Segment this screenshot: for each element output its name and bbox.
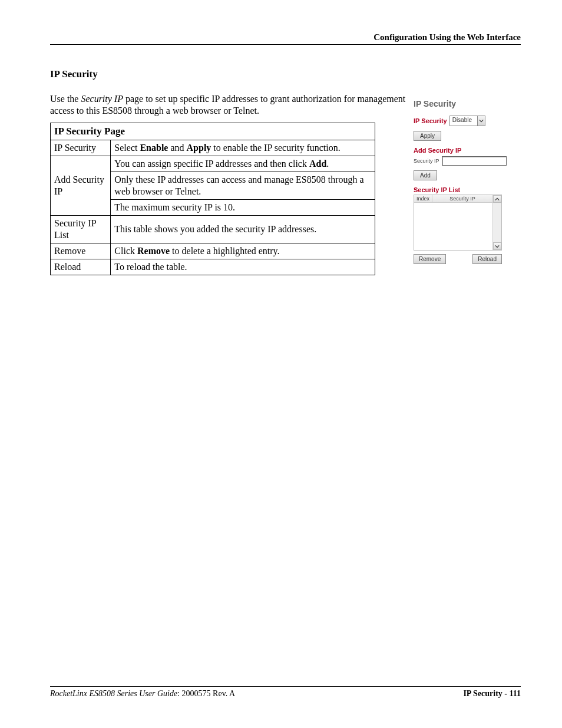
table-row-desc: To reload the table. (111, 259, 375, 275)
table-row-label: Add Security IP (51, 156, 111, 216)
table-row-label: Reload (51, 259, 111, 275)
apply-button[interactable]: Apply (414, 131, 441, 141)
table-row-desc: Select Enable and Apply to enable the IP… (111, 140, 375, 156)
intro-pre: Use the (50, 94, 81, 104)
list-col-ip: Security IP (432, 195, 492, 203)
footer-left-rest: : 2000575 Rev. A (177, 689, 235, 698)
ip-security-table: IP Security Page IP SecuritySelect Enabl… (50, 123, 375, 275)
add-button[interactable]: Add (414, 170, 437, 180)
ip-security-select-value: Disable (450, 116, 477, 126)
add-security-heading: Add Security IP (414, 147, 514, 154)
security-ip-listbox[interactable]: Index Security IP (414, 195, 502, 251)
scrollbar[interactable] (492, 195, 501, 250)
ui-panel-title: IP Security (414, 99, 514, 108)
security-ip-field-label: Security IP (414, 158, 439, 164)
table-row-desc: You can assign specific IP addresses and… (111, 156, 375, 172)
reload-button[interactable]: Reload (472, 254, 502, 264)
section-title: IP Security (50, 68, 521, 80)
table-row-desc: Click Remove to delete a highlighted ent… (111, 243, 375, 259)
table-row-desc: The maximum security IP is 10. (111, 200, 375, 216)
table-row-desc: This table shows you added the security … (111, 216, 375, 243)
table-title: IP Security Page (51, 123, 375, 140)
table-row-label: Remove (51, 243, 111, 259)
table-row-label: Security IP List (51, 216, 111, 243)
page-footer: RocketLinx ES8508 Series User Guide: 200… (50, 686, 521, 699)
footer-left-italic: RocketLinx ES8508 Series User Guide (50, 689, 177, 698)
ip-security-label: IP Security (414, 117, 447, 124)
ui-panel: IP Security IP Security Disable Apply Ad… (414, 93, 514, 264)
chevron-down-icon (477, 116, 485, 126)
security-ip-input[interactable] (442, 156, 507, 166)
page-header: Configuration Using the Web Interface (50, 32, 521, 45)
intro-italic: Security IP (81, 94, 123, 104)
table-row-desc: Only these IP addresses can access and m… (111, 172, 375, 200)
table-row-label: IP Security (51, 140, 111, 156)
remove-button[interactable]: Remove (414, 254, 446, 264)
scroll-up-icon[interactable] (493, 195, 501, 203)
scroll-track[interactable] (493, 203, 501, 242)
scroll-down-icon[interactable] (493, 242, 501, 250)
footer-right: IP Security - 111 (463, 689, 521, 699)
security-ip-list-heading: Security IP List (414, 186, 514, 193)
ip-security-select[interactable]: Disable (449, 116, 485, 126)
list-col-index: Index (414, 195, 432, 203)
intro-paragraph: Use the Security IP page to set up speci… (50, 93, 406, 117)
